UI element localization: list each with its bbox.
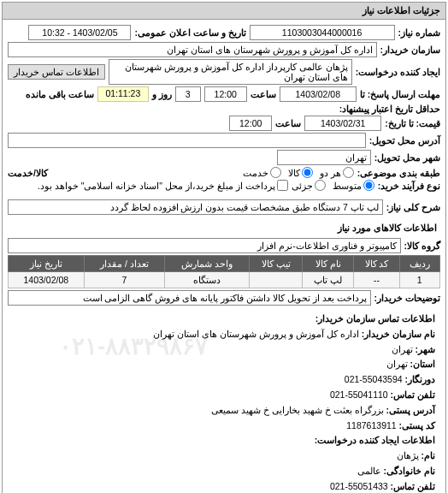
td-date: 1403/02/08 xyxy=(9,272,85,288)
creator-family-line: نام خانوادگی: عالمی xyxy=(13,464,435,478)
days-value: 3 xyxy=(175,86,201,102)
row-description: شرح کلی نیاز: لپ تاپ 7 دستگاه طبق مشخصات… xyxy=(8,199,440,215)
contact-city-value: تهران xyxy=(392,344,413,354)
price-type-radios: متوسط جزئی xyxy=(292,180,374,191)
contact-fax-label: دورنگار: xyxy=(405,374,436,384)
creator-name-label: نام: xyxy=(421,450,436,460)
row-goods-group: گروه کالا: کامپیوتر و فناوری اطلاعات-نرم… xyxy=(8,238,440,253)
contact-org-label: نام سازمان خریدار: xyxy=(362,329,435,339)
radio-mid-label: متوسط xyxy=(333,181,362,191)
remaining-label: ساعت باقی مانده xyxy=(26,89,94,99)
contact-postal-label: آدرس پستی: xyxy=(386,405,435,415)
price-type-label: نوع فرآیند خرید: xyxy=(378,181,440,191)
th-qty: تعداد / مقدار xyxy=(84,256,165,272)
desc-value: لپ تاپ 7 دستگاه طبق مشخصات قیمت بدون ارز… xyxy=(8,199,383,215)
contact-city-label: شهر: xyxy=(416,344,436,354)
th-code: کد کالا xyxy=(354,256,399,272)
row-delivery-addr: آدرس محل تحویل: xyxy=(8,133,440,148)
delivery-addr-label: آدرس محل تحویل: xyxy=(369,135,440,146)
requester-value: پژهان عالمی کارپرداز اداره کل آموزش و پر… xyxy=(109,59,352,85)
row-need-number: شماره نیاز: 1103003044000016 تاریخ و ساع… xyxy=(8,25,440,40)
classification-radios: هر دو کالا خدمت xyxy=(243,167,354,178)
contact-section-title: اطلاعات تماس سازمان خریدار: xyxy=(13,312,435,326)
contact-postcode-label: کد پستی: xyxy=(399,420,435,431)
delivery-addr-value xyxy=(8,133,366,148)
creator-phone-value: 55051433-021 xyxy=(330,481,388,491)
radio-small[interactable]: جزئی xyxy=(292,180,326,191)
goods-group-value: کامپیوتر و فناوری اطلاعات-نرم افزار xyxy=(8,238,401,253)
creator-phone-line: تلفن تماس: 55051433-021 xyxy=(13,479,435,493)
goods-table: ردیف کد کالا نام کالا تیپ کالا واحد شمار… xyxy=(8,255,440,288)
price-until-time: 12:00 xyxy=(229,116,272,131)
radio-service-label: خدمت xyxy=(243,168,268,178)
price-until-date: 1403/02/31 xyxy=(304,116,381,131)
contact-org-value: اداره کل آموزش و پرورش شهرستان های استان… xyxy=(153,329,358,339)
need-number-value: 1103003044000016 xyxy=(250,25,395,40)
requester-label: ایجاد کننده درخواست: xyxy=(356,67,440,77)
contact-fax-value: 55043594-021 xyxy=(345,374,403,384)
th-unit: واحد شمارش xyxy=(165,256,250,272)
payment-checkbox[interactable]: پرداخت از مبلغ خرید،از محل "اسناد خزانه … xyxy=(38,180,288,191)
panel-body: شماره نیاز: 1103003044000016 تاریخ و ساع… xyxy=(3,20,445,493)
price-until-label: قیمت: تا تاریخ: xyxy=(385,118,440,128)
delivery-city-label: شهر محل تحویل: xyxy=(374,152,440,163)
row-price-until: قیمت: تا تاریخ: 1403/02/31 ساعت 12:00 xyxy=(8,116,440,131)
reply-deadline-label: مهلت ارسال پاسخ: تا xyxy=(360,89,440,99)
goods-group-label: گروه کالا: xyxy=(404,241,440,251)
contact-fax-line: دورنگار: 55043594-021 xyxy=(13,372,435,387)
radio-mid[interactable]: متوسط xyxy=(333,180,374,191)
table-row: 1 -- لپ تاپ دستگاه 7 1403/02/08 xyxy=(9,272,440,288)
row-delivery-city: شهر محل تحویل: تهران xyxy=(8,150,440,165)
contact-phone-value: 55041110-021 xyxy=(330,389,388,400)
row-classification: طبقه بندی موضوعی: هر دو کالا خدمت کالا/خ… xyxy=(8,167,440,178)
contact-phone-line: تلفن تماس: 55041110-021 xyxy=(13,388,435,402)
th-type: تیپ کالا xyxy=(250,256,303,272)
goods-service-label: کالا/خدمت xyxy=(8,168,48,178)
buyer-notes-value: پرداخت بعد از تحویل کالا داشتن فاکتور پا… xyxy=(8,290,371,306)
radio-service[interactable]: خدمت xyxy=(243,167,281,178)
time-remaining-value: 01:11:23 xyxy=(97,86,149,102)
creator-phone-label: تلفن تماس: xyxy=(391,481,435,491)
td-type xyxy=(250,272,303,288)
validity-label: حداقل تاریخ اعتبار پیشنهاد: xyxy=(339,104,440,114)
reply-date-value: 1403/02/08 xyxy=(280,86,357,102)
price-until-time-label: ساعت xyxy=(275,118,301,128)
radio-goods[interactable]: کالا xyxy=(288,167,313,178)
contact-postal-line: آدرس پستی: بزرگراه بعثت خ شهید بخارایی خ… xyxy=(13,403,435,418)
creator-family-value: عالمی xyxy=(357,466,381,476)
row-validity: حداقل تاریخ اعتبار پیشنهاد: xyxy=(8,104,440,114)
buyer-org-value: اداره کل آموزش و پرورش شهرستان های استان… xyxy=(8,42,377,57)
radio-goods-label: کالا xyxy=(288,168,300,178)
desc-label: شرح کلی نیاز: xyxy=(386,202,440,212)
announce-datetime-label: تاریخ و ساعت اعلان عمومی: xyxy=(134,27,245,38)
goods-section-title: اطلاعات کالاهای مورد نیاز xyxy=(8,220,440,236)
th-row: ردیف xyxy=(399,256,439,272)
radio-both[interactable]: هر دو xyxy=(320,167,354,178)
payment-note: پرداخت از مبلغ خرید،از محل "اسناد خزانه … xyxy=(38,181,275,191)
creator-name-line: نام: پژهان xyxy=(13,448,435,463)
announce-datetime-value: 1403/02/05 - 10:32 xyxy=(28,25,131,40)
reply-time-label: ساعت xyxy=(251,89,276,99)
td-name: لپ تاپ xyxy=(303,272,354,288)
row-price-type: نوع فرآیند خرید: متوسط جزئی پرداخت از مب… xyxy=(8,180,440,191)
row-requester: ایجاد کننده درخواست: پژهان عالمی کارپردا… xyxy=(8,59,440,85)
need-number-label: شماره نیاز: xyxy=(398,27,440,38)
row-buyer-notes: توضیحات خریدار: پرداخت بعد از تحویل کالا… xyxy=(8,290,440,306)
contact-postcode-line: کد پستی: 1187613911 xyxy=(13,419,435,433)
contact-phone-label: تلفن تماس: xyxy=(391,389,435,400)
td-unit: دستگاه xyxy=(165,272,250,288)
contact-org-line: نام سازمان خریدار: اداره کل آموزش و پرور… xyxy=(13,327,435,342)
contact-city-line: شهر: تهران xyxy=(13,342,435,357)
creator-section-title: اطلاعات ایجاد کننده درخواست: xyxy=(13,433,435,448)
radio-small-label: جزئی xyxy=(292,181,313,191)
contact-block: ۰۲۱-۸۸۳۲۹۸۶۷ اطلاعات تماس سازمان خریدار:… xyxy=(8,307,440,493)
contact-info-button[interactable]: اطلاعات تماس خریدار xyxy=(8,64,105,80)
row-reply-deadline: مهلت ارسال پاسخ: تا 1403/02/08 ساعت 12:0… xyxy=(8,86,440,102)
row-buyer-org: سازمان خریدار: اداره کل آموزش و پرورش شه… xyxy=(8,42,440,57)
th-name: نام کالا xyxy=(303,256,354,272)
buyer-notes-label: توضیحات خریدار: xyxy=(374,293,440,303)
creator-family-label: نام خانوادگی: xyxy=(384,466,435,476)
td-code: -- xyxy=(354,272,399,288)
classification-label: طبقه بندی موضوعی: xyxy=(357,168,440,178)
th-date: تاریخ نیاز xyxy=(9,256,85,272)
